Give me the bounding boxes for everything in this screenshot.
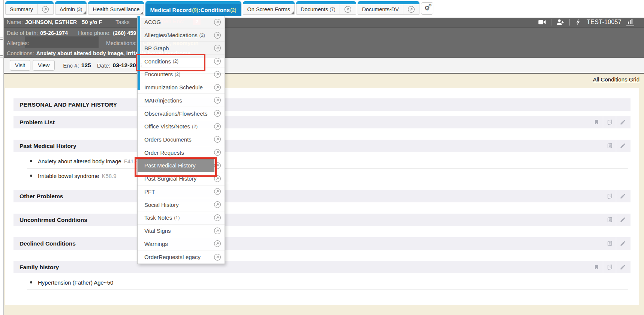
- menu-item-past-medical-history[interactable]: Past Medical History: [138, 159, 225, 172]
- menu-item-label: Orders Documents: [144, 136, 192, 143]
- menu-item-observations-flowsheets[interactable]: Observations/Flowsheets: [138, 107, 225, 120]
- edit-button[interactable]: [616, 214, 629, 226]
- open-in-new-icon[interactable]: [214, 18, 221, 26]
- open-in-new-icon[interactable]: [214, 227, 221, 235]
- tab-health-surveillance[interactable]: Health Surveillance: [88, 1, 144, 15]
- tab-accent-strip: [55, 1, 87, 4]
- menu-item-vital-signs[interactable]: Vital Signs: [138, 225, 225, 238]
- section-title: Other Problems: [19, 193, 63, 200]
- menu-item-orders-documents[interactable]: Orders Documents: [138, 133, 225, 146]
- edit-button[interactable]: [616, 190, 629, 202]
- tab-count: (9): [192, 7, 198, 13]
- section-unconfirmed-conditions: Unconfirmed Conditions: [13, 214, 631, 226]
- open-in-new-icon[interactable]: [214, 96, 221, 104]
- menu-item-warnings[interactable]: Warnings: [138, 237, 225, 250]
- bookmark-button[interactable]: [590, 261, 603, 273]
- menu-item-office-visits-notes[interactable]: Office Visits/Notes(2): [138, 120, 225, 133]
- edit-button[interactable]: [616, 237, 629, 250]
- open-in-new-icon[interactable]: [42, 6, 49, 13]
- open-in-new-icon[interactable]: [214, 32, 221, 39]
- list-item[interactable]: Hypertension (Father) Age~50: [27, 275, 628, 290]
- menu-item-encounters[interactable]: Encounters(2): [138, 68, 225, 81]
- tab-admin[interactable]: Admin (3): [55, 1, 87, 15]
- tab-on-screen-forms[interactable]: On Screen Forms: [243, 1, 295, 15]
- gears-icon: ⚙⚙: [424, 5, 430, 12]
- open-in-new-icon[interactable]: [214, 123, 221, 130]
- menu-item-immunization-schedule[interactable]: Immunization Schedule: [138, 81, 225, 94]
- open-in-new-icon[interactable]: [214, 240, 221, 247]
- section-title: Problem List: [19, 119, 55, 126]
- settings-button[interactable]: ⚙⚙: [421, 2, 433, 15]
- open-in-new-icon[interactable]: [214, 110, 221, 117]
- open-in-new-icon[interactable]: [214, 201, 221, 208]
- open-in-new-icon[interactable]: [214, 136, 221, 143]
- menu-item-acog[interactable]: ACOG: [138, 16, 225, 29]
- patient-conditions-row: Conditions: Anxiety about altered body i…: [4, 48, 644, 58]
- book-icon: [607, 119, 613, 125]
- menu-item-allergies-medications[interactable]: Allergies/Medications(2): [138, 29, 225, 42]
- edit-button[interactable]: [616, 116, 629, 128]
- open-in-new-icon[interactable]: [214, 149, 221, 156]
- menu-item-order-requests[interactable]: Order Requests: [138, 146, 225, 159]
- bookmark-button[interactable]: [590, 116, 603, 128]
- all-conditions-grid-link[interactable]: All Conditions Grid: [593, 76, 640, 83]
- view-button[interactable]: View: [33, 60, 55, 71]
- menu-item-label: Past Surgical History: [144, 175, 196, 182]
- book-icon: [607, 264, 613, 270]
- open-in-new-icon[interactable]: [214, 57, 221, 65]
- video-camera-icon[interactable]: [538, 18, 546, 26]
- add-person-icon[interactable]: [556, 18, 565, 26]
- tab-documents-dv[interactable]: Documents-DV: [358, 1, 419, 15]
- notes-button[interactable]: [603, 237, 616, 250]
- medical-record-dropdown: ACOG Allergies/Medications(2) BP Graph C…: [137, 16, 225, 264]
- patient-dob-row: Date of birth: 05-26-1974 Home phone: (2…: [4, 28, 644, 38]
- open-in-new-icon[interactable]: [214, 175, 221, 182]
- tab-medical-record[interactable]: Medical Record (9) :Conditions (2): [145, 1, 241, 16]
- book-icon: [607, 193, 613, 199]
- open-in-new-icon[interactable]: [344, 6, 352, 13]
- notes-button[interactable]: [603, 116, 616, 128]
- open-in-new-icon[interactable]: [407, 6, 415, 13]
- left-panel-splitter[interactable]: [0, 0, 4, 315]
- menu-item-mar-injections[interactable]: MAR/Injections: [138, 94, 225, 107]
- open-in-new-icon[interactable]: [214, 253, 221, 261]
- menu-item-label: Encounters: [144, 71, 173, 77]
- menu-item-social-history[interactable]: Social History: [138, 198, 225, 211]
- menu-item-bp-graph[interactable]: BP Graph: [138, 42, 225, 55]
- open-in-new-icon[interactable]: [214, 214, 221, 222]
- open-in-new-icon[interactable]: [214, 71, 221, 78]
- menu-item-past-surgical-history[interactable]: Past Surgical History: [138, 172, 225, 185]
- tab-accent-strip: [5, 1, 54, 4]
- open-in-new-icon[interactable]: [214, 188, 221, 195]
- patient-allergies-row: Allergies: Medications: Coumadin, Neomyc…: [4, 38, 644, 48]
- edit-button[interactable]: [616, 140, 629, 152]
- list-item[interactable]: Irritable bowel syndrome K58.9: [27, 169, 628, 183]
- chart-button[interactable]: [626, 18, 634, 26]
- notes-button[interactable]: [603, 190, 616, 202]
- tab-documents[interactable]: Documents (7): [296, 1, 356, 15]
- lightning-icon[interactable]: [575, 18, 582, 26]
- open-in-new-icon[interactable]: [214, 84, 221, 91]
- conditions-page: All Conditions Grid PERSONAL AND FAMILY …: [4, 74, 644, 315]
- menu-item-orderrequestslegacy[interactable]: OrderRequestsLegacy: [138, 250, 225, 264]
- list-item[interactable]: Anxiety about altered body image F41.8: [27, 154, 628, 169]
- menu-item-label: MAR/Injections: [144, 97, 182, 104]
- pencil-icon: [620, 119, 626, 125]
- notes-button[interactable]: [603, 214, 616, 226]
- notes-button[interactable]: [603, 140, 616, 152]
- menu-item-pft[interactable]: PFT: [138, 185, 225, 199]
- edit-button[interactable]: [616, 261, 629, 273]
- menu-item-label: Task Notes: [144, 214, 172, 221]
- open-in-new-icon[interactable]: [214, 44, 221, 52]
- dob-value: 05-26-1974: [40, 30, 68, 36]
- tab-summary[interactable]: Summary: [5, 1, 54, 15]
- notes-button[interactable]: [603, 261, 616, 273]
- visit-button[interactable]: Visit: [10, 60, 30, 71]
- menu-item-task-notes[interactable]: Task Notes(1): [138, 211, 225, 225]
- tab-label: Summary: [10, 6, 33, 12]
- open-in-new-icon[interactable]: [214, 162, 221, 169]
- patient-banner: Name: JOHNSON, ESTHER 50 y/o F Tasks Ope…: [4, 17, 644, 58]
- tab-label: Documents: [301, 6, 328, 12]
- menu-item-count: (2): [192, 124, 198, 129]
- menu-item-conditions[interactable]: Conditions(2): [138, 55, 225, 68]
